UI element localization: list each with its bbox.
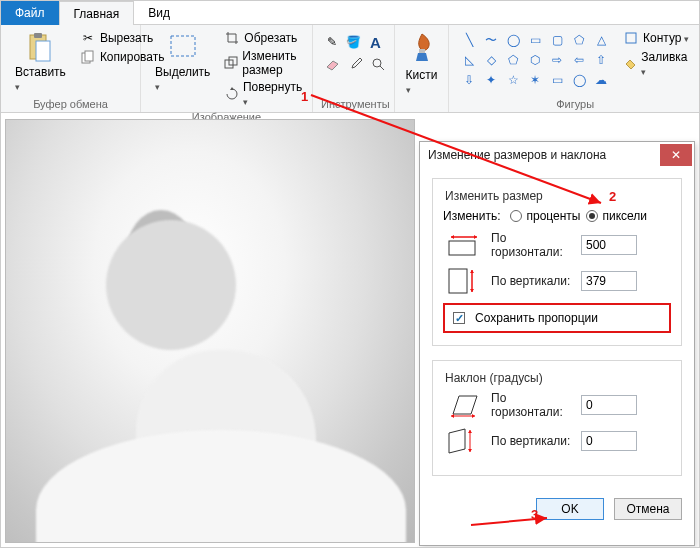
shape-star5[interactable]: ☆ <box>503 71 523 89</box>
canvas[interactable] <box>5 119 415 543</box>
copy-icon <box>80 49 96 65</box>
resize-fieldset: Изменить размер Изменить: проценты пиксе… <box>432 178 682 346</box>
radio-pixels[interactable]: пиксели <box>586 209 647 223</box>
vertical-icon <box>443 267 481 295</box>
shape-callout-oval[interactable]: ◯ <box>569 71 589 89</box>
rotate-button[interactable]: Повернуть <box>220 79 307 109</box>
tab-home[interactable]: Главная <box>59 1 135 25</box>
shape-curve[interactable]: 〜 <box>481 31 501 49</box>
paste-icon <box>24 31 56 63</box>
shape-line[interactable]: ╲ <box>459 31 479 49</box>
radio-percent[interactable]: проценты <box>510 209 580 223</box>
paste-button[interactable]: Вставить <box>9 29 72 95</box>
shape-callout-rect[interactable]: ▭ <box>547 71 567 89</box>
shape-arrow-d[interactable]: ⇩ <box>459 71 479 89</box>
cut-icon: ✂ <box>80 30 96 46</box>
fill-icon[interactable]: 🪣 <box>346 33 361 51</box>
fill-button[interactable]: Заливка <box>619 49 693 79</box>
ribbon: Вставить ✂ Вырезать Копировать Буфер обм… <box>1 25 699 113</box>
brush-icon <box>407 31 437 68</box>
rotate-icon <box>224 86 239 102</box>
tab-file[interactable]: Файл <box>1 1 59 25</box>
resize-h-input[interactable] <box>581 235 637 255</box>
close-icon: ✕ <box>671 148 681 162</box>
shape-star4[interactable]: ✦ <box>481 71 501 89</box>
fillshape-icon <box>623 56 637 72</box>
brushes-button[interactable]: Кисти <box>403 29 440 98</box>
keep-aspect-label: Сохранить пропорции <box>475 311 598 325</box>
resize-by-label: Изменить: <box>443 209 500 223</box>
paste-label: Вставить <box>15 65 66 93</box>
select-button[interactable]: Выделить <box>149 29 216 95</box>
outline-icon <box>623 30 639 46</box>
shape-diamond[interactable]: ◇ <box>481 51 501 69</box>
eraser-icon[interactable] <box>325 55 341 73</box>
group-tools: ✎ 🪣 A Инструменты <box>313 25 395 112</box>
radio-pixels-indicator <box>586 210 598 222</box>
svg-rect-14 <box>449 269 467 293</box>
resize-h-label: По горизонтали: <box>491 231 571 259</box>
pencil-icon[interactable]: ✎ <box>325 33 338 51</box>
magnifier-icon[interactable] <box>371 55 385 73</box>
radio-percent-indicator <box>510 210 522 222</box>
resize-button[interactable]: Изменить размер <box>220 48 307 78</box>
group-image: Выделить Обрезать Изменить размер Поверн… <box>141 25 313 112</box>
shape-hexagon[interactable]: ⬡ <box>525 51 545 69</box>
resize-dialog: Изменение размеров и наклона ✕ Изменить … <box>419 141 695 546</box>
shape-arrow-u[interactable]: ⇧ <box>591 51 611 69</box>
shape-triangle[interactable]: △ <box>591 31 611 49</box>
group-shapes: ╲ 〜 ◯ ▭ ▢ ⬠ △ ◺ ◇ ⬠ ⬡ ⇨ ⇦ ⇧ ⇩ ✦ ☆ ✶ ▭ ◯ <box>449 25 700 112</box>
skew-fieldset: Наклон (градусы) По горизонтали: По верт… <box>432 360 682 476</box>
text-icon[interactable]: A <box>369 33 382 51</box>
skew-v-input[interactable] <box>581 431 637 451</box>
skew-v-icon <box>443 427 481 455</box>
group-clipboard-label: Буфер обмена <box>9 96 132 110</box>
select-label: Выделить <box>155 65 210 93</box>
shape-rtriangle[interactable]: ◺ <box>459 51 479 69</box>
svg-rect-1 <box>34 33 42 38</box>
picker-icon[interactable] <box>349 55 363 73</box>
select-icon <box>167 31 199 63</box>
shapes-gallery[interactable]: ╲ 〜 ◯ ▭ ▢ ⬠ △ ◺ ◇ ⬠ ⬡ ⇨ ⇦ ⇧ ⇩ ✦ ☆ ✶ ▭ ◯ <box>457 29 613 91</box>
crop-button[interactable]: Обрезать <box>220 29 307 47</box>
resize-label: Изменить размер <box>242 49 303 77</box>
shape-callout-cloud[interactable]: ☁ <box>591 71 611 89</box>
outline-label: Контур <box>643 31 689 45</box>
ok-button[interactable]: OK <box>536 498 604 520</box>
shape-pentagon[interactable]: ⬠ <box>503 51 523 69</box>
shape-arrow-l[interactable]: ⇦ <box>569 51 589 69</box>
group-brushes: Кисти <box>395 25 449 112</box>
keep-aspect-checkbox[interactable]: Сохранить пропорции <box>453 311 661 325</box>
tab-view[interactable]: Вид <box>134 1 184 25</box>
skew-legend: Наклон (градусы) <box>441 371 547 385</box>
rotate-label: Повернуть <box>243 80 304 108</box>
svg-rect-4 <box>85 51 93 61</box>
shape-star6[interactable]: ✶ <box>525 71 545 89</box>
shape-roundrect[interactable]: ▢ <box>547 31 567 49</box>
skew-h-input[interactable] <box>581 395 637 415</box>
fill-label: Заливка <box>641 50 689 78</box>
annotation-highlight-box: Сохранить пропорции <box>443 303 671 333</box>
svg-line-9 <box>380 66 384 70</box>
group-shapes-label: Фигуры <box>457 96 693 110</box>
shape-arrow-r[interactable]: ⇨ <box>547 51 567 69</box>
dialog-title: Изменение размеров и наклона <box>428 148 606 162</box>
outline-button[interactable]: Контур <box>619 29 693 47</box>
horizontal-icon <box>443 231 481 259</box>
shape-oval[interactable]: ◯ <box>503 31 523 49</box>
cancel-button[interactable]: Отмена <box>614 498 682 520</box>
ribbon-tabs: Файл Главная Вид <box>1 1 699 25</box>
svg-rect-11 <box>626 33 636 43</box>
svg-rect-2 <box>36 41 50 61</box>
svg-rect-5 <box>171 36 195 56</box>
close-button[interactable]: ✕ <box>660 144 692 166</box>
resize-v-input[interactable] <box>581 271 637 291</box>
shape-polygon[interactable]: ⬠ <box>569 31 589 49</box>
shape-rect[interactable]: ▭ <box>525 31 545 49</box>
brushes-label: Кисти <box>406 68 438 96</box>
group-clipboard: Вставить ✂ Вырезать Копировать Буфер обм… <box>1 25 141 112</box>
resize-legend: Изменить размер <box>441 189 547 203</box>
group-tools-label: Инструменты <box>321 96 386 110</box>
dialog-titlebar: Изменение размеров и наклона ✕ <box>420 142 694 168</box>
resize-icon <box>224 55 238 71</box>
